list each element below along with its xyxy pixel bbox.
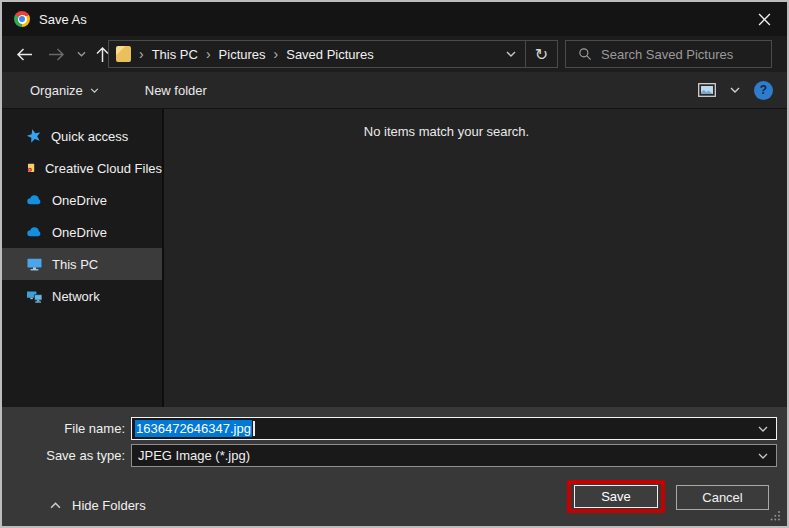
- close-icon: [758, 13, 771, 26]
- cancel-button-label: Cancel: [702, 490, 742, 505]
- text-caret: [253, 421, 255, 436]
- save-as-type-value: JPEG Image (*.jpg): [138, 448, 250, 463]
- bottom-pane: File name: 1636472646347.jpg Save as typ…: [2, 407, 787, 526]
- close-button[interactable]: [741, 2, 787, 36]
- new-folder-label: New folder: [145, 83, 207, 98]
- search-box[interactable]: [565, 40, 772, 68]
- help-icon: ?: [760, 83, 767, 97]
- resize-grip[interactable]: [770, 510, 781, 521]
- forward-arrow-icon: [48, 47, 65, 62]
- new-folder-button[interactable]: New folder: [145, 83, 207, 98]
- breadcrumb-item-this-pc[interactable]: This PC: [152, 47, 198, 62]
- address-dropdown-button[interactable]: [497, 41, 525, 67]
- navigation-sidebar: Quick access Creative Cloud Files OneDri…: [2, 109, 162, 407]
- refresh-icon: ↻: [535, 45, 548, 64]
- file-list-area[interactable]: No items match your search.: [164, 109, 787, 407]
- sidebar-item-label: OneDrive: [52, 225, 107, 240]
- back-arrow-icon: [16, 47, 33, 62]
- search-icon: [578, 47, 592, 61]
- sidebar-item-network[interactable]: Network: [2, 280, 162, 312]
- change-view-button[interactable]: [698, 83, 716, 97]
- sidebar-item-label: Network: [52, 289, 100, 304]
- view-options-button[interactable]: [730, 87, 740, 93]
- onedrive-cloud-icon: [26, 224, 43, 240]
- organize-label: Organize: [30, 83, 83, 98]
- sidebar-item-onedrive-2[interactable]: OneDrive: [2, 216, 162, 248]
- thumbnail-view-icon: [698, 83, 716, 97]
- chevron-up-icon: [50, 502, 61, 509]
- file-name-input[interactable]: 1636472646347.jpg: [131, 417, 777, 440]
- back-button[interactable]: [10, 36, 38, 72]
- breadcrumb-separator-icon: ›: [274, 46, 279, 62]
- empty-results-message: No items match your search.: [164, 124, 729, 139]
- this-pc-monitor-icon: [26, 256, 43, 272]
- save-as-type-label: Save as type:: [2, 444, 125, 467]
- quick-access-star-icon: [26, 128, 42, 144]
- chevron-down-icon: [730, 87, 740, 93]
- chevron-down-icon: [77, 51, 86, 57]
- breadcrumb-item-saved-pictures[interactable]: Saved Pictures: [286, 47, 373, 62]
- window-title: Save As: [39, 12, 87, 27]
- hide-folders-button[interactable]: Hide Folders: [50, 498, 146, 513]
- sidebar-item-label: This PC: [52, 257, 98, 272]
- sidebar-item-onedrive-1[interactable]: OneDrive: [2, 184, 162, 216]
- sidebar-item-label: Creative Cloud Files: [45, 161, 162, 176]
- chevron-down-icon: [758, 426, 768, 432]
- save-button-label: Save: [601, 489, 631, 504]
- breadcrumb-separator-icon: ›: [206, 46, 211, 62]
- sidebar-item-label: Quick access: [51, 129, 128, 144]
- title-bar: Save As: [2, 2, 787, 36]
- folder-icon: [116, 46, 131, 62]
- sidebar-item-creative-cloud-files[interactable]: Creative Cloud Files: [2, 152, 162, 184]
- help-button[interactable]: ?: [754, 81, 773, 100]
- sidebar-item-label: OneDrive: [52, 193, 107, 208]
- hide-folders-label: Hide Folders: [72, 498, 146, 513]
- save-as-dialog: Save As › This PC › Pictures › Saved Pic…: [0, 0, 789, 528]
- sidebar-item-quick-access[interactable]: Quick access: [2, 120, 162, 152]
- content-area: Quick access Creative Cloud Files OneDri…: [2, 109, 787, 407]
- file-name-dropdown-button[interactable]: [758, 426, 768, 432]
- chevron-down-icon: [90, 88, 99, 93]
- breadcrumb-item-pictures[interactable]: Pictures: [219, 47, 266, 62]
- breadcrumb-separator-icon: ›: [139, 46, 144, 62]
- chrome-app-icon: [14, 11, 30, 27]
- organize-button[interactable]: Organize: [30, 83, 99, 98]
- save-button[interactable]: Save: [574, 485, 658, 508]
- file-name-value: 1636472646347.jpg: [135, 420, 252, 437]
- navigation-bar: › This PC › Pictures › Saved Pictures ↻: [2, 36, 787, 72]
- search-input[interactable]: [601, 47, 761, 62]
- command-toolbar: Organize New folder ?: [2, 72, 787, 109]
- chevron-down-icon: [758, 453, 768, 459]
- file-name-label: File name:: [2, 417, 125, 440]
- sidebar-item-this-pc[interactable]: This PC: [2, 248, 162, 280]
- creative-cloud-folder-icon: [26, 160, 36, 176]
- network-computers-icon: [26, 288, 43, 304]
- refresh-button[interactable]: ↻: [525, 41, 557, 67]
- forward-button[interactable]: [42, 36, 70, 72]
- annotation-highlight-box: Save: [567, 480, 665, 513]
- address-bar[interactable]: › This PC › Pictures › Saved Pictures ↻: [108, 40, 558, 68]
- cancel-button[interactable]: Cancel: [676, 485, 769, 510]
- chevron-down-icon: [506, 51, 516, 57]
- resize-grip-icon: [770, 510, 781, 521]
- save-as-type-dropdown-button[interactable]: [758, 453, 768, 459]
- save-as-type-select[interactable]: JPEG Image (*.jpg): [131, 444, 777, 467]
- onedrive-cloud-icon: [26, 192, 43, 208]
